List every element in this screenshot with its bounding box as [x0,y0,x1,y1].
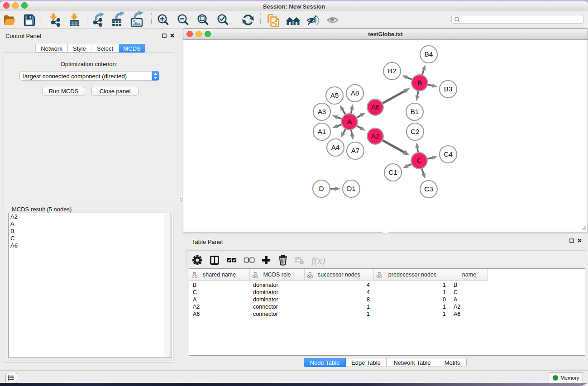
svg-text:D: D [319,185,324,192]
svg-text:A6: A6 [371,103,380,111]
svg-text:B: B [417,79,422,86]
svg-text:A: A [347,118,352,125]
svg-text:C2: C2 [411,128,420,135]
svg-text:f(x): f(x) [311,255,325,266]
svg-text:A4: A4 [331,143,340,151]
svg-text:A5: A5 [330,91,339,99]
svg-text:B1: B1 [411,108,419,115]
svg-text:A1: A1 [318,128,326,135]
svg-text:B2: B2 [388,67,397,75]
svg-text:A7: A7 [351,147,360,154]
svg-text:C4: C4 [444,150,453,158]
svg-text:A8: A8 [351,89,359,97]
svg-text:A2: A2 [371,132,380,140]
svg-text:D1: D1 [347,185,356,192]
svg-text:B3: B3 [444,85,453,93]
svg-text:A3: A3 [318,108,326,115]
svg-text:B4: B4 [425,50,433,58]
svg-text:C3: C3 [424,185,433,193]
svg-text:C1: C1 [388,168,397,176]
svg-text:C: C [416,157,421,164]
